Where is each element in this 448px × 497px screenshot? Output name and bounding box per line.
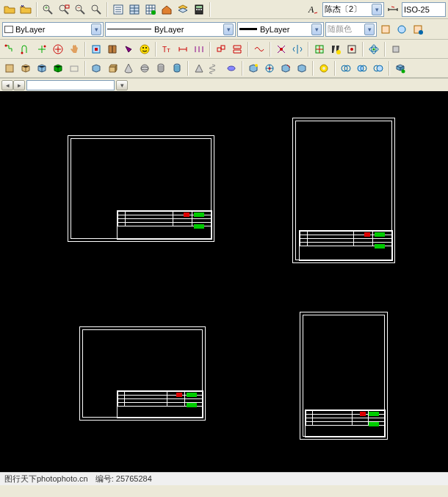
house-icon[interactable]	[159, 2, 174, 17]
color-dropdown[interactable]: 随颜色	[325, 22, 377, 37]
svg-rect-61	[6, 65, 13, 72]
smiley-icon[interactable]	[137, 42, 152, 57]
dropdown-arrow-icon[interactable]	[223, 24, 234, 35]
block-icon[interactable]	[312, 42, 327, 57]
svg-text:−: −	[77, 5, 80, 10]
separator	[312, 61, 314, 76]
layer-value: ByLayer	[15, 25, 45, 34]
dropdown-arrow-icon[interactable]	[372, 4, 382, 15]
dimension-style-icon[interactable]	[386, 2, 400, 17]
svg-point-56	[350, 48, 353, 51]
circle2-icon[interactable]	[355, 61, 369, 76]
polar-icon[interactable]	[35, 42, 49, 57]
cyl-icon[interactable]	[89, 61, 104, 76]
nav-track[interactable]	[26, 80, 115, 90]
red-marker	[364, 232, 370, 237]
tool-icon[interactable]	[295, 61, 309, 76]
tool-icon[interactable]	[411, 22, 425, 37]
history-icon[interactable]	[89, 42, 104, 57]
purge-icon[interactable]	[121, 42, 136, 57]
layers-icon[interactable]	[176, 2, 190, 17]
linetype-dropdown[interactable]: ByLayer	[105, 22, 236, 37]
green-marker	[187, 393, 197, 397]
nav-dropdown-button[interactable]: ▾	[116, 80, 128, 90]
green-marker	[375, 232, 385, 237]
3d-orbit-icon[interactable]	[366, 42, 381, 57]
ortho-icon[interactable]	[2, 42, 17, 57]
zoom-ext-icon[interactable]	[89, 2, 104, 17]
add-icon[interactable]	[51, 42, 65, 57]
drawing-sheet[interactable]	[300, 312, 388, 440]
circle1-icon[interactable]	[339, 61, 353, 76]
red-marker	[360, 412, 366, 416]
wedge-icon[interactable]	[153, 61, 168, 76]
dim-linear-icon[interactable]	[176, 42, 190, 57]
list-icon[interactable]	[111, 2, 126, 17]
book-icon[interactable]	[105, 42, 120, 57]
open2-icon[interactable]	[18, 2, 33, 17]
torus-icon[interactable]	[170, 61, 184, 76]
light-icon[interactable]	[278, 61, 293, 76]
triangle-icon[interactable]	[192, 61, 206, 76]
pyramid-icon[interactable]	[35, 61, 49, 76]
donut-icon[interactable]	[317, 61, 331, 76]
calc-icon[interactable]	[192, 2, 206, 17]
sphere-icon[interactable]	[137, 61, 152, 76]
nav-next-button[interactable]: ▸	[13, 80, 25, 90]
material-icon[interactable]	[262, 61, 277, 76]
cube-icon[interactable]	[18, 61, 33, 76]
green-marker	[369, 422, 379, 426]
boolean-icon[interactable]	[393, 61, 408, 76]
snap-icon[interactable]	[18, 42, 33, 57]
separator	[308, 42, 309, 57]
box-icon[interactable]	[2, 61, 17, 76]
drawing-canvas[interactable]	[0, 91, 448, 472]
lineweight-dropdown[interactable]: ByLayer	[237, 22, 324, 37]
gradient-icon[interactable]	[252, 42, 267, 57]
font-style-icon[interactable]: A	[306, 2, 321, 17]
table-icon[interactable]	[127, 2, 142, 17]
text-style-dropdown[interactable]: 陈杰〔2〕	[322, 2, 384, 17]
green-marker	[369, 412, 379, 416]
prism-icon[interactable]	[51, 61, 65, 76]
drawing-sheet[interactable]	[79, 326, 206, 421]
text-icon[interactable]: TT	[159, 42, 174, 57]
zoom-out-icon[interactable]: −	[73, 2, 87, 17]
layer-dropdown[interactable]: ByLayer	[2, 22, 104, 37]
dropdown-arrow-icon[interactable]	[91, 24, 101, 35]
open-icon[interactable]	[2, 2, 17, 17]
grid-icon[interactable]	[143, 2, 158, 17]
cone-icon[interactable]	[121, 61, 136, 76]
block-edit-icon[interactable]	[328, 42, 343, 57]
array-icon[interactable]	[274, 42, 289, 57]
blank-icon[interactable]	[67, 61, 82, 76]
spring-icon[interactable]	[208, 61, 223, 76]
dim-align-icon[interactable]	[192, 42, 206, 57]
box3d-icon[interactable]	[105, 61, 120, 76]
svg-point-35	[419, 30, 423, 35]
zoom-window-icon[interactable]	[57, 2, 71, 17]
hatch-icon[interactable]	[214, 42, 228, 57]
toolbar-row-1: + − A 陈杰〔2〕 ISO-25	[0, 0, 448, 19]
dropdown-arrow-icon[interactable]	[364, 24, 375, 35]
footer-site: 图行天下photophoto.cn	[4, 473, 88, 485]
circle3-icon[interactable]	[371, 61, 386, 76]
dropdown-arrow-icon[interactable]	[311, 24, 322, 35]
red-marker	[176, 393, 182, 397]
zoom-in-icon[interactable]: +	[40, 2, 55, 17]
render-icon[interactable]	[246, 61, 261, 76]
helix-icon[interactable]	[224, 61, 239, 76]
hatch2-icon[interactable]	[230, 42, 245, 57]
nav-prev-button[interactable]: ◂	[1, 80, 13, 90]
mirror-icon[interactable]	[290, 42, 305, 57]
tool-icon[interactable]	[378, 22, 393, 37]
pan-icon[interactable]	[67, 42, 82, 57]
drawing-sheet[interactable]	[292, 118, 395, 263]
dim-style-dropdown[interactable]: ISO-25	[402, 2, 446, 17]
red-marker	[184, 212, 189, 217]
tool-icon[interactable]	[394, 22, 409, 37]
tool-icon[interactable]	[344, 42, 359, 57]
tool-icon[interactable]	[389, 42, 403, 57]
drawing-sheet[interactable]	[68, 135, 214, 242]
toolbar-row-3: TT	[0, 40, 448, 59]
